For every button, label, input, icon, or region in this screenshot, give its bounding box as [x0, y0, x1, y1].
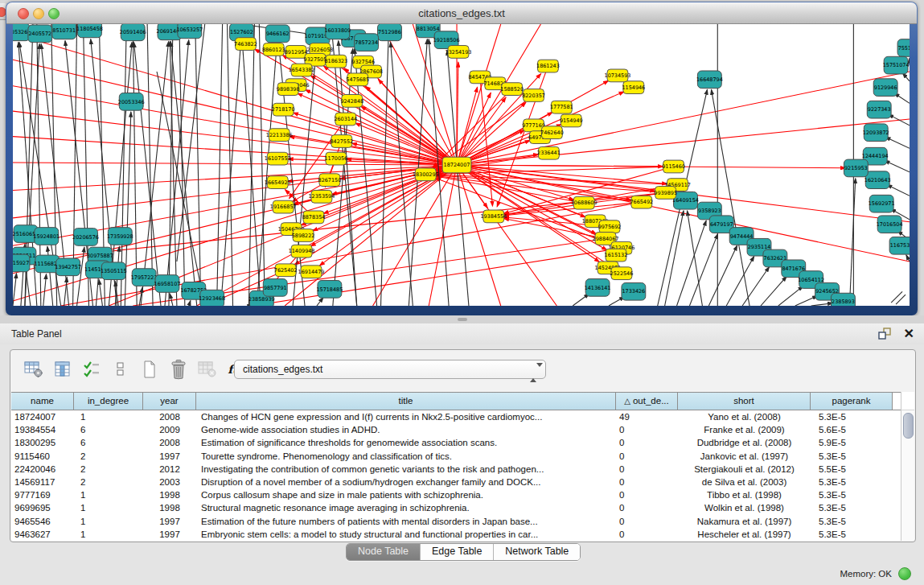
table-cell[interactable]: Embryonic stem cells: a model to study s…: [196, 528, 616, 541]
table-row[interactable]: 911546021997Tourette syndrome. Phenomeno…: [11, 450, 901, 463]
splitter-grip-icon[interactable]: [458, 318, 467, 321]
table-row[interactable]: 1830029562008Estimation of significance …: [11, 436, 901, 449]
table-cell[interactable]: 2008: [143, 436, 196, 449]
table-cell[interactable]: Jankovic et al. (1997): [678, 450, 811, 463]
table-cell[interactable]: 1: [74, 410, 143, 423]
table-cell[interactable]: 5.3E-5: [811, 528, 893, 541]
table-cell[interactable]: 6: [74, 436, 143, 449]
table-row[interactable]: 977716911998Corpus callosum shape and si…: [11, 488, 901, 501]
column-header[interactable]: short: [678, 393, 811, 410]
table-cell[interactable]: 1: [74, 515, 143, 528]
table-cell[interactable]: Investigating the contribution of common…: [196, 463, 616, 476]
column-header[interactable]: title: [196, 393, 616, 410]
citation-network-graph[interactable]: 1605326724055728510731118054582059140620…: [13, 24, 910, 306]
table-cell[interactable]: 5.3E-5: [811, 515, 893, 528]
table-cell[interactable]: Dudbridge et al. (2008): [678, 436, 811, 449]
table-cell[interactable]: 2008: [143, 410, 196, 423]
table-cell[interactable]: Tibbo et al. (1998): [678, 488, 811, 501]
table-settings-icon[interactable]: [22, 357, 46, 381]
table-select-dropdown[interactable]: citations_edges.txt: [234, 360, 546, 379]
table-cell[interactable]: Nakamura et al. (1997): [678, 515, 811, 528]
network-canvas[interactable]: 1605326724055728510731118054582059140620…: [13, 24, 910, 306]
tab-edge-table[interactable]: Edge Table: [421, 544, 494, 560]
table-cell[interactable]: 9463627: [11, 528, 74, 541]
table-cell[interactable]: 9465546: [11, 515, 74, 528]
table-cell[interactable]: 0: [616, 450, 678, 463]
table-cell[interactable]: Corpus callosum shape and size in male p…: [196, 488, 616, 501]
table-cell[interactable]: 9699695: [11, 501, 74, 514]
table-cell[interactable]: Wolkin et al. (1998): [678, 501, 811, 514]
table-cell[interactable]: 5.3E-5: [811, 488, 893, 501]
column-header[interactable]: name: [11, 393, 74, 410]
table-cell[interactable]: Franke et al. (2009): [678, 423, 811, 436]
table-row[interactable]: 1456911722003Disruption of a novel membe…: [11, 476, 901, 488]
float-panel-icon[interactable]: [877, 328, 892, 340]
table-cell[interactable]: 2003: [143, 476, 196, 488]
table-cell[interactable]: 1: [74, 501, 143, 514]
table-cell[interactable]: 5.5E-5: [811, 463, 893, 476]
table-cell[interactable]: 0: [616, 515, 678, 528]
table-cell[interactable]: 9115460: [11, 450, 74, 463]
table-cell[interactable]: 5.3E-5: [811, 410, 893, 423]
table-cell[interactable]: Tourette syndrome. Phenomenology and cla…: [196, 450, 616, 463]
table-cell[interactable]: 5.6E-5: [811, 423, 893, 436]
table-cell[interactable]: 1998: [143, 501, 196, 514]
column-header[interactable]: in_degree: [74, 393, 143, 410]
network-window-titlebar[interactable]: citations_edges.txt: [6, 2, 917, 24]
column-checklist-icon[interactable]: [80, 357, 104, 381]
table-cell[interactable]: Structural magnetic resonance image aver…: [196, 501, 616, 514]
table-cell[interactable]: 5.9E-5: [811, 436, 893, 449]
table-cell[interactable]: 2: [74, 476, 143, 488]
table-row[interactable]: 1872400712008Changes of HCN gene express…: [11, 410, 901, 423]
table-row[interactable]: 946362711997Embryonic stem cells: a mode…: [11, 528, 901, 541]
table-cell[interactable]: 0: [616, 463, 678, 476]
table-cell[interactable]: 1997: [143, 450, 196, 463]
row-height-icon[interactable]: [109, 357, 133, 381]
table-cell[interactable]: 14569117: [11, 476, 74, 488]
table-cell[interactable]: Stergiakouli et al. (2012): [678, 463, 811, 476]
table-cell[interactable]: 6: [74, 423, 143, 436]
table-cell[interactable]: Genome-wide association studies in ADHD.: [196, 423, 616, 436]
column-header[interactable]: year: [143, 393, 196, 410]
table-cell[interactable]: 2: [74, 463, 143, 476]
table-cell[interactable]: 0: [616, 501, 678, 514]
table-cell[interactable]: 5.3E-5: [811, 450, 893, 463]
table-cell[interactable]: 0: [616, 423, 678, 436]
table-row[interactable]: 969969511998Structural magnetic resonanc…: [11, 501, 901, 514]
table-cell[interactable]: Disruption of a novel member of a sodium…: [196, 476, 616, 488]
table-cell[interactable]: 0: [616, 476, 678, 488]
table-cell[interactable]: Changes of HCN gene expression and I(f) …: [196, 410, 616, 423]
trash-icon[interactable]: [166, 357, 191, 381]
table-cell[interactable]: 18724007: [11, 410, 74, 423]
table-cell[interactable]: 2: [74, 450, 143, 463]
table-row[interactable]: 1938455462009Genome-wide association stu…: [11, 423, 901, 436]
table-cell[interactable]: 0: [616, 528, 678, 541]
pane-splitter[interactable]: [0, 315, 924, 323]
table-cell[interactable]: 1997: [143, 515, 196, 528]
table-row[interactable]: 2242004622012Investigating the contribut…: [11, 463, 901, 476]
table-cell[interactable]: 0: [616, 488, 678, 501]
table-cell[interactable]: 9777169: [11, 488, 74, 501]
table-cell[interactable]: Hescheler et al. (1997): [678, 528, 811, 541]
table-cell[interactable]: 22420046: [11, 463, 74, 476]
table-row[interactable]: 946554611997Estimation of the future num…: [11, 515, 901, 528]
column-header[interactable]: △out_de...: [616, 393, 678, 410]
tab-node-table[interactable]: Node Table: [347, 544, 421, 560]
new-file-icon[interactable]: [138, 357, 162, 381]
table-cell[interactable]: Estimation of significance thresholds fo…: [196, 436, 616, 449]
close-panel-icon[interactable]: ✕: [904, 326, 914, 341]
table-cell[interactable]: 2009: [143, 423, 196, 436]
scrollbar-thumb[interactable]: [903, 413, 914, 439]
table-cell[interactable]: Yano et al. (2008): [678, 410, 811, 423]
table-cell[interactable]: 2012: [143, 463, 196, 476]
table-cell[interactable]: de Silva et al. (2003): [678, 476, 811, 488]
table-scrollbar[interactable]: [901, 392, 914, 541]
column-header[interactable]: pagerank: [811, 393, 893, 410]
table-cell[interactable]: Estimation of the future numbers of pati…: [196, 515, 616, 528]
table-cell[interactable]: 0: [616, 436, 678, 449]
table-cell[interactable]: 1997: [143, 528, 196, 541]
table-cell[interactable]: 5.3E-5: [811, 476, 893, 488]
table-cell[interactable]: 1: [74, 528, 143, 541]
table-column-icon[interactable]: [51, 357, 75, 381]
tab-network-table[interactable]: Network Table: [494, 544, 580, 560]
